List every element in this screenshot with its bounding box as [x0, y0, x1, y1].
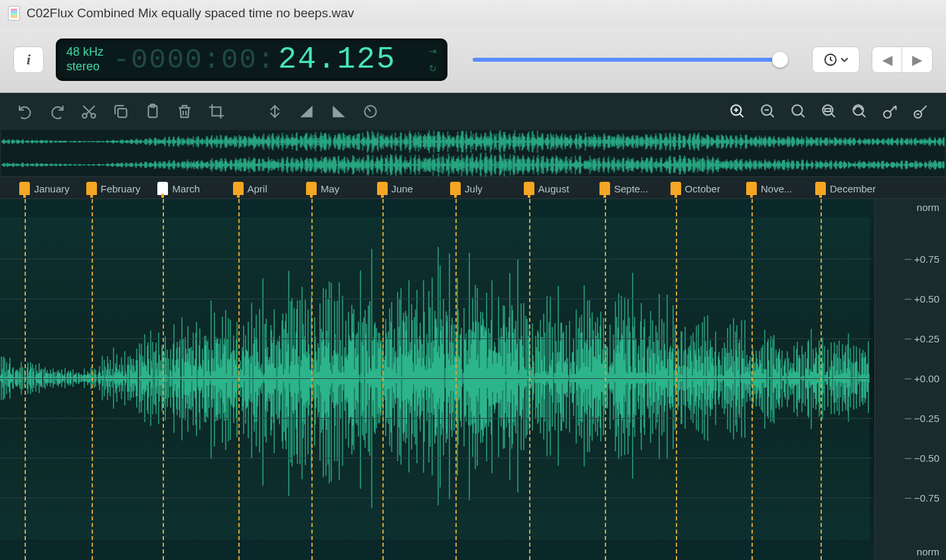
- marker-line: [676, 199, 677, 560]
- marker-line: [529, 199, 530, 560]
- amp-tick: +0.75: [914, 253, 939, 265]
- marker-flag-icon[interactable]: [599, 182, 610, 195]
- amp-norm-top: norm: [917, 202, 939, 213]
- paste-button[interactable]: [143, 102, 162, 121]
- amp-tick: +0.50: [914, 293, 939, 305]
- marker-august[interactable]: August: [524, 180, 570, 197]
- marker-flag-icon[interactable]: [306, 182, 317, 195]
- zoom-tool-button[interactable]: [789, 102, 808, 121]
- redo-button[interactable]: [48, 102, 66, 121]
- marker-january[interactable]: January: [19, 180, 69, 197]
- channel-mode: stereo: [66, 60, 104, 74]
- zoom-fit-button[interactable]: [850, 102, 869, 121]
- timecode-seconds: 24.125: [278, 42, 396, 77]
- marker-flag-icon[interactable]: [86, 182, 97, 195]
- zoom-selection-button[interactable]: [820, 102, 838, 121]
- transport-bar: i 48 kHz stereo -0000:00: 24.125 ⇥ ↻ ◀ ▶: [0, 27, 946, 93]
- lcd-display: 48 kHz stereo -0000:00: 24.125 ⇥ ↻: [56, 38, 447, 81]
- gain-knob-button[interactable]: [361, 102, 380, 121]
- marker-april[interactable]: April: [233, 180, 268, 197]
- nav-forward-button[interactable]: ▶: [902, 46, 933, 73]
- copy-button[interactable]: [112, 102, 130, 121]
- marker-june[interactable]: June: [377, 180, 414, 197]
- marker-ruler[interactable]: JanuaryFebruaryMarchAprilMayJuneJulyAugu…: [0, 176, 946, 199]
- marker-label: Nove...: [761, 183, 793, 194]
- marker-line: [238, 199, 240, 560]
- undo-button[interactable]: [16, 102, 35, 121]
- marker-flag-icon[interactable]: [377, 182, 388, 195]
- crop-button[interactable]: [207, 102, 226, 121]
- grid-line: [0, 299, 873, 299]
- marker-flag-icon[interactable]: [815, 182, 826, 195]
- amp-tick: +0.00: [914, 373, 939, 384]
- history-button[interactable]: [812, 46, 860, 73]
- marker-line: [25, 199, 26, 560]
- marker-label: July: [465, 183, 483, 194]
- edit-toolbar: [0, 93, 946, 130]
- delete-button[interactable]: [175, 102, 194, 121]
- marker-flag-icon[interactable]: [524, 182, 534, 195]
- amp-tick: −0.50: [914, 453, 939, 464]
- grid-line: [0, 378, 873, 379]
- loop-icon[interactable]: ↻: [429, 63, 437, 74]
- cut-button[interactable]: [80, 102, 98, 121]
- fade-out-button[interactable]: [329, 102, 348, 121]
- marker-march[interactable]: March: [157, 180, 200, 197]
- snap-icon[interactable]: ⇥: [429, 46, 437, 56]
- amplitude-scale: norm +0.75+0.50+0.25+0.00−0.25−0.50−0.75…: [874, 199, 946, 560]
- grid-line: [0, 259, 873, 259]
- amp-tick: −0.25: [914, 413, 939, 424]
- marker-october[interactable]: October: [670, 180, 720, 197]
- marker-line: [455, 199, 457, 560]
- audio-format: 48 kHz stereo: [66, 45, 104, 74]
- zoom-out-button[interactable]: [759, 102, 777, 121]
- marker-flag-icon[interactable]: [157, 182, 168, 195]
- waveform-main[interactable]: norm +0.75+0.50+0.25+0.00−0.25−0.50−0.75…: [0, 199, 946, 560]
- position-slider[interactable]: [459, 58, 800, 62]
- timecode-prefix: -0000:00:: [113, 44, 276, 76]
- document-title: C02Flux Combined Mix equally spaced time…: [27, 6, 354, 21]
- lcd-toggle-icons[interactable]: ⇥ ↻: [429, 46, 437, 74]
- sample-rate: 48 kHz: [66, 45, 104, 60]
- marker-line: [92, 199, 93, 560]
- zoom-in-button[interactable]: [728, 102, 747, 121]
- marker-label: January: [34, 183, 69, 194]
- history-icon: [823, 52, 838, 67]
- marker-line: [821, 199, 822, 560]
- marker-flag-icon[interactable]: [746, 182, 757, 195]
- waveform-overview[interactable]: [1, 130, 945, 176]
- vertical-zoom-in-button[interactable]: [881, 102, 900, 121]
- fade-in-button[interactable]: [297, 102, 316, 121]
- marker-label: May: [321, 183, 339, 194]
- marker-february[interactable]: February: [86, 180, 141, 197]
- nav-back-button[interactable]: ◀: [872, 46, 902, 73]
- document-icon: [8, 6, 20, 21]
- grid-line: [0, 338, 873, 339]
- editor-area: JanuaryFebruaryMarchAprilMayJuneJulyAugu…: [0, 93, 946, 560]
- marker-july[interactable]: July: [450, 180, 483, 197]
- marker-label: April: [248, 183, 268, 194]
- amp-tick: −0.75: [914, 492, 939, 504]
- normalize-button[interactable]: [266, 102, 284, 121]
- marker-flag-icon[interactable]: [19, 182, 30, 195]
- marker-flag-icon[interactable]: [670, 182, 681, 195]
- marker-line: [605, 199, 606, 560]
- chevron-down-icon: [840, 56, 848, 64]
- marker-label: March: [172, 183, 200, 194]
- marker-label: August: [538, 183, 570, 194]
- vertical-zoom-out-button[interactable]: [911, 102, 930, 121]
- marker-septe[interactable]: Septe...: [599, 180, 649, 197]
- marker-flag-icon[interactable]: [450, 182, 461, 195]
- svg-point-9: [792, 105, 802, 115]
- nav-arrows: ◀ ▶: [872, 46, 933, 73]
- info-button[interactable]: i: [13, 46, 44, 73]
- marker-label: Septe...: [614, 183, 649, 194]
- marker-line: [311, 199, 313, 560]
- slider-thumb[interactable]: [772, 52, 788, 68]
- titlebar: C02Flux Combined Mix equally spaced time…: [0, 0, 946, 27]
- marker-nove[interactable]: Nove...: [746, 180, 793, 197]
- marker-may[interactable]: May: [306, 180, 339, 197]
- marker-december[interactable]: December: [815, 180, 876, 197]
- marker-label: October: [685, 183, 720, 194]
- marker-flag-icon[interactable]: [233, 182, 244, 195]
